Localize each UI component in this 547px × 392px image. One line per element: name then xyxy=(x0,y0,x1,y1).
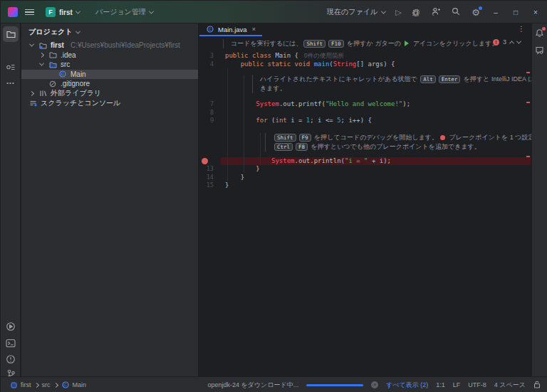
tree-item[interactable]: firstC:¥Users¥bushi¥IdeaProjects¥first xyxy=(21,41,198,51)
code-line[interactable]: 8 xyxy=(199,109,531,117)
chevron-down-icon[interactable] xyxy=(38,63,45,66)
terminal-tool-window-icon[interactable] xyxy=(3,335,19,351)
tree-item[interactable]: 外部ライブラリ xyxy=(21,89,198,99)
previous-error-icon[interactable] xyxy=(509,41,514,46)
window-minimize-button[interactable]: – xyxy=(491,9,501,16)
chevron-right-icon[interactable] xyxy=(38,53,45,57)
tab-close-icon[interactable]: × xyxy=(252,26,256,33)
code-line[interactable]: 14 } xyxy=(199,174,531,182)
editor-tip: ハイライトされたテキストにキャレットがある状態で AltEnter を押すと I… xyxy=(252,75,547,93)
project-panel-header[interactable]: プロジェクト xyxy=(21,23,198,41)
code-token: int xyxy=(275,117,286,124)
line-number-gutter[interactable]: 7 xyxy=(199,100,221,109)
code-line[interactable]: 13 } xyxy=(199,165,531,174)
project-widget[interactable]: F first xyxy=(41,4,84,20)
search-everywhere-icon[interactable] xyxy=(451,7,461,17)
progress-cancel-icon[interactable]: × xyxy=(371,381,378,388)
progress-bar xyxy=(306,384,363,386)
more-tool-windows-icon[interactable]: ••• xyxy=(3,75,19,90)
readonly-lock-icon[interactable] xyxy=(533,381,541,390)
breadcrumb-item[interactable]: CMain xyxy=(61,381,87,388)
window-maximize-button[interactable]: □ xyxy=(511,9,521,16)
code-line[interactable]: 3public class Main {0件の使用箇所 xyxy=(199,52,531,60)
ai-assistant-icon[interactable]: @ xyxy=(411,9,421,16)
tree-item[interactable]: .gitignore xyxy=(21,79,198,89)
window-close-button[interactable]: × xyxy=(531,9,541,16)
commit-tool-window-icon[interactable] xyxy=(3,59,19,75)
tree-item[interactable]: .idea xyxy=(21,51,198,60)
ai-chat-tool-window-icon[interactable] xyxy=(535,45,546,55)
code-token: ; i <= xyxy=(310,117,337,124)
code-line[interactable]: System.out.println("i = " + i); xyxy=(199,157,531,166)
file-encoding[interactable]: UTF-8 xyxy=(468,381,486,388)
breadcrumb-item[interactable]: first xyxy=(9,381,31,388)
progress-label: openjdk-24 をダウンロード中... xyxy=(207,381,298,390)
tree-item-label: .gitignore xyxy=(61,80,90,88)
run-configuration-selector[interactable]: 現在のファイル xyxy=(327,7,385,17)
run-tool-window-icon[interactable] xyxy=(3,319,19,334)
problems-tool-window-icon[interactable] xyxy=(3,351,19,367)
line-number-gutter[interactable]: 4 xyxy=(199,60,221,69)
chevron-down-icon[interactable] xyxy=(28,43,35,47)
inspections-widget[interactable]: ! 3 xyxy=(493,38,521,46)
indent-guide xyxy=(227,68,228,181)
module-icon xyxy=(9,382,18,388)
main-menu-icon[interactable] xyxy=(25,9,34,16)
error-stripe-mark[interactable] xyxy=(526,156,530,157)
indent-setting[interactable]: 4 スペース xyxy=(494,381,526,390)
breadcrumb-item[interactable]: src xyxy=(42,381,51,388)
line-number-gutter[interactable]: 9 xyxy=(199,117,221,125)
line-number-gutter[interactable]: 3 xyxy=(199,52,221,60)
code-token: } xyxy=(225,165,260,172)
notification-badge xyxy=(542,27,546,31)
line-separator[interactable]: LF xyxy=(453,381,461,388)
code-editor[interactable]: コードを実行するには、ShiftF10 を押すか ガターの アイコンをクリックし… xyxy=(199,36,531,190)
code-line[interactable]: 4 public static void main(String[] args)… xyxy=(199,60,531,69)
settings-gear-icon[interactable]: ⚙ xyxy=(471,8,481,17)
vcs-widget[interactable]: バージョン管理 xyxy=(91,4,157,20)
tip-text: コードを実行するには、 xyxy=(231,40,302,47)
code-line-text: } xyxy=(221,181,531,190)
code-token: for xyxy=(256,117,267,124)
code-line-text: } xyxy=(221,165,531,174)
caret-position[interactable]: 1:1 xyxy=(436,381,445,388)
code-token: Main { xyxy=(275,52,298,59)
tab-main-java[interactable]: C Main.java × xyxy=(199,23,262,36)
show-all-processes-link[interactable]: すべて表示 (2) xyxy=(386,381,428,390)
notifications-bell-icon[interactable] xyxy=(535,28,546,38)
editor-tip-row: ハイライトされたテキストにキャレットがある状態で AltEnter を押すと I… xyxy=(199,75,531,93)
tab-label: Main.java xyxy=(218,26,247,33)
editor-tab-bar: C Main.java × ⋮ xyxy=(199,23,531,36)
code-token: } xyxy=(225,174,244,181)
code-line[interactable]: 7 System.out.printf("Hello and welcome!"… xyxy=(199,100,531,109)
title-bar: F first バージョン管理 現在のファイル ▷ ⋮ @ xyxy=(1,1,547,23)
next-error-icon[interactable] xyxy=(516,38,521,43)
tree-item[interactable]: CMain xyxy=(21,70,198,80)
code-token: public static void xyxy=(241,60,314,68)
line-number-gutter[interactable]: 14 xyxy=(199,174,221,182)
indent-guide xyxy=(244,75,244,173)
tree-item[interactable]: スクラッチとコンソール xyxy=(21,98,198,108)
code-with-me-icon[interactable] xyxy=(431,7,441,17)
ide-window: F first バージョン管理 現在のファイル ▷ ⋮ @ xyxy=(0,0,547,392)
run-button[interactable]: ▷ xyxy=(395,9,401,16)
tab-options-icon[interactable]: ⋮ xyxy=(518,25,525,33)
svg-text:C: C xyxy=(61,73,65,77)
error-stripe-mark[interactable] xyxy=(526,72,530,73)
line-number-gutter[interactable]: 15 xyxy=(199,181,221,190)
gutter-spacer xyxy=(199,133,221,152)
error-stripe-mark[interactable] xyxy=(526,102,530,103)
editor-area: C Main.java × ⋮ ! 3 コードを実行するには、ShiftF10 … xyxy=(199,23,531,376)
tree-item[interactable]: src xyxy=(21,60,198,70)
chevron-right-icon[interactable] xyxy=(28,92,35,95)
project-panel-title: プロジェクト xyxy=(28,27,72,37)
editor-tip-row: ShiftF9 を押してコードのデバッグを開始します。 ブレークポイントを 1 … xyxy=(199,133,531,152)
line-number-gutter[interactable] xyxy=(199,157,221,166)
line-number-gutter[interactable]: 13 xyxy=(199,165,221,174)
code-line[interactable]: 9 for (int i = 1; i <= 5; i++) { xyxy=(199,117,531,125)
project-tool-window-icon[interactable] xyxy=(3,26,19,42)
code-line[interactable]: 15} xyxy=(199,181,531,190)
line-number-gutter[interactable]: 8 xyxy=(199,109,221,117)
breakpoint-icon[interactable] xyxy=(202,158,208,164)
code-token: .out.printf( xyxy=(279,100,325,107)
